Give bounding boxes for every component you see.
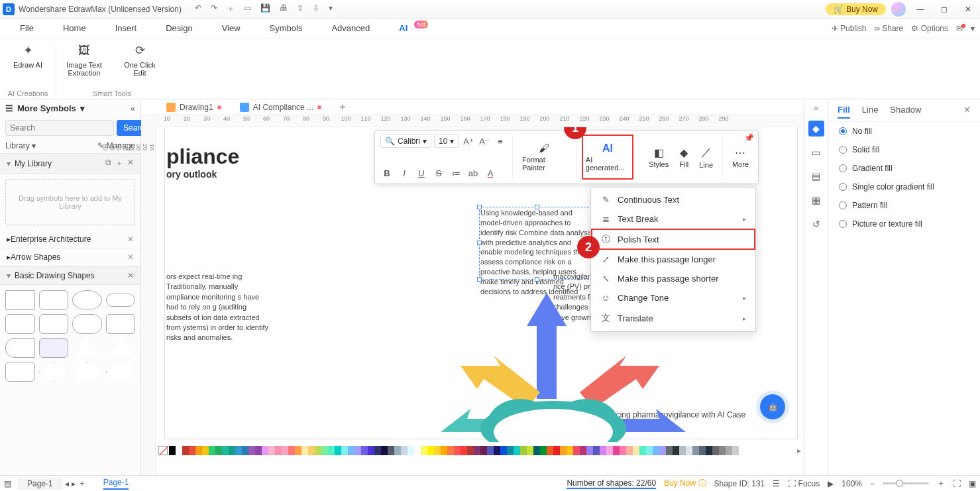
pin-icon[interactable]: 📌	[744, 133, 754, 142]
cat-arrow-shapes[interactable]: Arrow Shapes	[11, 252, 60, 262]
buy-now-button[interactable]: 🛒 Buy Now	[826, 3, 886, 15]
color-swatch[interactable]	[573, 446, 580, 455]
undo-icon[interactable]: ↶	[195, 3, 201, 15]
qat-more-icon[interactable]: ▾	[329, 3, 333, 15]
color-swatch[interactable]	[500, 446, 507, 455]
color-swatch[interactable]	[229, 446, 235, 455]
shape-pentagon[interactable]	[72, 362, 102, 382]
increase-font-icon[interactable]: A⁺	[462, 135, 475, 148]
minimize-button[interactable]: —	[911, 5, 930, 14]
menu-design[interactable]: Design	[151, 19, 207, 37]
new-icon[interactable]: ＋	[227, 3, 235, 15]
color-swatch[interactable]	[454, 446, 461, 455]
bold-icon[interactable]: B	[380, 166, 394, 180]
shape-rect5[interactable]	[5, 362, 35, 382]
color-swatch[interactable]	[620, 446, 626, 455]
prop-tab-fill[interactable]: Fill	[838, 105, 850, 119]
more-symbols-label[interactable]: More Symbols	[17, 103, 76, 113]
fill-option-none[interactable]: No fill	[828, 122, 980, 140]
fill-option-pattern[interactable]: Pattern fill	[828, 196, 980, 215]
publish-button[interactable]: ✈ Publish	[832, 24, 867, 33]
underline-icon[interactable]: U	[415, 166, 428, 180]
export-icon[interactable]: ⇪	[297, 3, 303, 15]
prop-tab-shadow[interactable]: Shadow	[890, 105, 921, 119]
status-buy-now[interactable]: Buy Now ⓘ	[664, 478, 706, 489]
color-swatch[interactable]	[673, 446, 679, 455]
fill-option-picture[interactable]: Picture or texture fill	[828, 215, 980, 233]
color-swatch[interactable]	[494, 446, 500, 455]
color-swatch[interactable]	[593, 446, 600, 455]
menu-make-longer[interactable]: ⤢Make this passage longer	[591, 250, 755, 269]
shape-diamond[interactable]	[39, 362, 69, 382]
highlight-icon[interactable]: ab	[466, 166, 480, 180]
menu-file[interactable]: File	[5, 19, 48, 37]
color-swatch[interactable]	[567, 446, 573, 455]
active-page-label[interactable]: Page-1	[103, 478, 129, 490]
color-swatch[interactable]	[288, 446, 295, 455]
redo-icon[interactable]: ↷	[211, 3, 217, 15]
play-icon[interactable]: ▶	[828, 479, 834, 488]
shape-triangle2[interactable]	[106, 338, 136, 358]
pages-icon[interactable]: ▤	[4, 479, 11, 488]
strike-icon[interactable]: S	[432, 166, 445, 180]
color-swatch[interactable]	[315, 446, 321, 455]
page-tab-next[interactable]: ▸	[72, 479, 76, 488]
color-swatch[interactable]	[275, 446, 282, 455]
color-swatch[interactable]	[626, 446, 633, 455]
color-swatch[interactable]	[547, 446, 553, 455]
italic-icon[interactable]: I	[398, 166, 411, 180]
color-swatch[interactable]	[461, 446, 467, 455]
color-swatch[interactable]	[527, 446, 533, 455]
menu-view[interactable]: View	[207, 19, 255, 37]
color-swatch[interactable]	[182, 446, 189, 455]
edraw-ai-button[interactable]: ✦Edraw AI	[7, 41, 49, 69]
menu-translate[interactable]: 文Translate▸	[591, 307, 755, 329]
shape-rect4[interactable]	[106, 314, 136, 334]
menu-polish-text[interactable]: ⓣPolish Text	[591, 229, 755, 250]
color-swatch[interactable]	[639, 446, 646, 455]
color-swatch[interactable]	[666, 446, 673, 455]
symbol-search-input[interactable]	[5, 120, 114, 136]
styles-button[interactable]: ◧Styles	[645, 135, 673, 180]
color-swatch[interactable]	[328, 446, 335, 455]
color-swatch[interactable]	[533, 446, 540, 455]
expand-right-icon[interactable]: »	[814, 103, 818, 113]
shape-rounded-rect[interactable]	[39, 290, 69, 310]
rtab-layers-icon[interactable]: ▤	[808, 168, 824, 184]
rtab-page-icon[interactable]: ▭	[808, 144, 824, 160]
color-swatch[interactable]	[282, 446, 288, 455]
color-swatch[interactable]	[726, 446, 732, 455]
color-swatch[interactable]	[692, 446, 699, 455]
notifications-icon[interactable]: ✉	[956, 24, 963, 33]
color-swatch[interactable]	[686, 446, 692, 455]
fill-button[interactable]: ◆Fill	[675, 135, 692, 180]
color-swatch[interactable]	[335, 446, 341, 455]
shape-triangle[interactable]	[72, 338, 102, 358]
color-swatch[interactable]	[474, 446, 480, 455]
shape-circle[interactable]	[72, 290, 102, 310]
fit-page-icon[interactable]: ⛶	[953, 479, 961, 488]
prop-tab-line[interactable]: Line	[862, 105, 879, 119]
open-icon[interactable]: ▭	[244, 3, 251, 15]
color-swatch[interactable]	[487, 446, 494, 455]
color-swatch[interactable]	[169, 446, 176, 455]
color-swatch[interactable]	[202, 446, 209, 455]
color-swatch[interactable]	[268, 446, 275, 455]
color-swatch[interactable]	[421, 446, 427, 455]
cat-basic-close[interactable]: ✕	[127, 271, 134, 280]
color-swatch[interactable]	[646, 446, 653, 455]
color-swatch[interactable]	[719, 446, 726, 455]
one-click-edit-button[interactable]: ⟳One Click Edit	[119, 41, 161, 77]
color-swatch[interactable]	[613, 446, 620, 455]
user-avatar[interactable]	[891, 2, 906, 17]
shape-rect-fill[interactable]	[39, 338, 69, 358]
shape-hexagon[interactable]	[106, 362, 136, 382]
color-swatch[interactable]	[295, 446, 301, 455]
color-swatch[interactable]	[388, 446, 394, 455]
color-swatch[interactable]	[242, 446, 248, 455]
import-icon[interactable]: ⇩	[313, 3, 319, 15]
decrease-font-icon[interactable]: A⁻	[478, 135, 491, 148]
rtab-history-icon[interactable]: ↺	[808, 216, 824, 232]
menu-home[interactable]: Home	[48, 19, 101, 37]
my-library-section[interactable]: My Library	[15, 159, 52, 168]
